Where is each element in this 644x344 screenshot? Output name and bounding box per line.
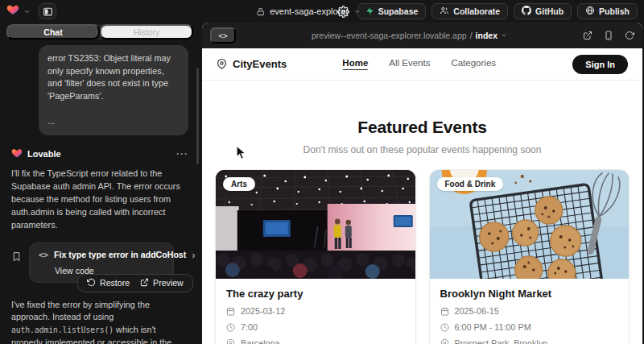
topbar-right: Supabase Collaborate GitHub Publish: [335, 3, 638, 19]
external-link-icon: [140, 278, 149, 288]
scrollbar-thumb[interactable]: [196, 68, 199, 164]
clock-icon: [440, 323, 449, 332]
people-icon: [440, 6, 449, 17]
github-button[interactable]: GitHub: [514, 3, 572, 19]
restore-icon: [87, 278, 96, 288]
clock-icon: [226, 323, 235, 332]
code-icon: <>: [39, 251, 48, 259]
user-message-ellipsis: ...: [47, 115, 180, 128]
lock-icon: [256, 7, 265, 16]
assistant-intro-text: I'll fix the TypeScript error related to…: [11, 168, 188, 231]
user-message-bubble: error TS2353: Object literal may only sp…: [39, 45, 188, 135]
event-location-row: Barcelona: [226, 338, 405, 344]
globe-icon: [585, 6, 595, 17]
event-card-body: The crazy party 2025-03-12 7:00: [216, 279, 415, 344]
category-badge: Food & Drink: [437, 177, 504, 191]
category-badge: Arts: [223, 177, 255, 191]
site-nav: Home All Events Categories: [342, 58, 496, 70]
lovable-app: event-saga-explorer Supabase Collaborate…: [0, 0, 644, 344]
chat-sidebar: Chat History error TS2353: Object litera…: [0, 23, 200, 344]
bookmark-icon[interactable]: [11, 251, 22, 283]
sign-in-button[interactable]: Sign In: [572, 55, 628, 74]
project-name: event-saga-explorer: [270, 6, 349, 16]
sidebar-toggle-button[interactable]: [39, 3, 56, 19]
chat-history-tabs: Chat History: [6, 24, 193, 39]
hero-title: Featured Events: [202, 118, 642, 137]
preview-toolbar: <> preview--event-saga-explorer.lovable.…: [202, 23, 642, 48]
preview-url-bar[interactable]: preview--event-saga-explorer.lovable.app…: [236, 31, 583, 40]
chevron-down-icon: [501, 32, 507, 39]
assistant-header: Lovable ···: [11, 147, 188, 160]
message-hover-toolbar: Restore Preview: [77, 274, 193, 292]
code-fix-title: Fix type type error in addCoHost: [54, 250, 186, 259]
project-switcher[interactable]: event-saga-explorer: [256, 0, 361, 23]
event-card[interactable]: Arts The crazy party 2025-03-12 7:00: [215, 169, 416, 344]
event-image-wrap: Arts: [216, 170, 415, 279]
refresh-icon[interactable]: [625, 31, 634, 40]
map-pin-icon: [440, 339, 449, 344]
map-pin-icon: [226, 339, 235, 344]
nav-home[interactable]: Home: [342, 58, 368, 70]
preview-tools: [583, 31, 634, 40]
calendar-icon: [226, 307, 235, 316]
site-brand[interactable]: CityEvents: [217, 58, 287, 70]
event-card[interactable]: Food & Drink Brooklyn Night Market 2025-…: [429, 169, 630, 344]
calendar-icon: [440, 307, 449, 316]
lovable-heart-icon: [11, 147, 23, 160]
event-date-row: 2025-03-12: [226, 306, 405, 316]
site-header: CityEvents Home All Events Categories Si…: [202, 48, 642, 81]
assistant-name: Lovable: [27, 149, 61, 159]
lovable-logo-icon[interactable]: [6, 3, 19, 19]
event-location-row: Prospect Park, Brooklyn: [440, 338, 619, 344]
collaborate-button[interactable]: Collaborate: [431, 3, 508, 19]
supabase-bolt-icon: [365, 6, 374, 17]
code-view-toggle[interactable]: <>: [210, 27, 236, 44]
topbar: event-saga-explorer Supabase Collaborate…: [0, 0, 644, 23]
message-menu-button[interactable]: ···: [176, 148, 188, 160]
code-fix-block: <> Fix type type error in addCoHost › Vi…: [11, 242, 188, 283]
restore-button[interactable]: Restore: [87, 278, 130, 288]
hero-section: Featured Events Don't miss out on these …: [202, 81, 642, 155]
event-title: The crazy party: [226, 288, 405, 300]
tab-history[interactable]: History: [100, 24, 193, 39]
github-icon: [522, 6, 531, 17]
nav-all-events[interactable]: All Events: [389, 58, 430, 70]
chevron-right-icon: ›: [192, 250, 195, 260]
code-fix-title-row: <> Fix type type error in addCoHost ›: [39, 250, 164, 260]
nav-categories[interactable]: Categories: [451, 58, 496, 70]
supabase-button[interactable]: Supabase: [357, 3, 427, 19]
main-area: Chat History error TS2353: Object litera…: [0, 23, 644, 344]
event-date-row: 2025-06-15: [440, 306, 619, 316]
topbar-left: [6, 3, 56, 19]
map-pin-icon: [217, 59, 227, 69]
mobile-view-icon[interactable]: [604, 31, 613, 40]
preview-url: preview--event-saga-explorer.lovable.app: [312, 31, 467, 40]
site-viewport: CityEvents Home All Events Categories Si…: [202, 48, 642, 344]
event-image-wrap: Food & Drink: [430, 170, 630, 279]
preview-button[interactable]: Preview: [140, 278, 184, 288]
open-in-new-tab-icon[interactable]: [583, 31, 592, 40]
event-time-row: 7:00: [226, 322, 405, 332]
event-card-body: Brooklyn Night Market 2025-06-15 6:00 PM…: [430, 279, 630, 344]
inline-code: auth.admin.listUsers(): [11, 325, 114, 334]
chevron-down-icon: [353, 8, 361, 15]
user-message-text: error TS2353: Object literal may only sp…: [47, 52, 180, 103]
hero-subtitle: Don't miss out on these popular events h…: [202, 144, 642, 155]
preview-page: index: [476, 31, 497, 40]
event-title: Brooklyn Night Market: [440, 288, 619, 300]
tab-chat[interactable]: Chat: [6, 24, 100, 39]
event-time-row: 6:00 PM - 11:00 PM: [440, 322, 619, 332]
publish-button[interactable]: Publish: [577, 3, 638, 19]
chat-scroll-area[interactable]: error TS2353: Object literal may only sp…: [0, 45, 200, 344]
preview-panel: <> preview--event-saga-explorer.lovable.…: [202, 23, 642, 344]
assistant-outro-text: I've fixed the error by simplifying the …: [11, 299, 188, 344]
featured-events-grid: Arts The crazy party 2025-03-12 7:00: [202, 169, 642, 344]
chevron-down-icon[interactable]: [23, 8, 31, 15]
